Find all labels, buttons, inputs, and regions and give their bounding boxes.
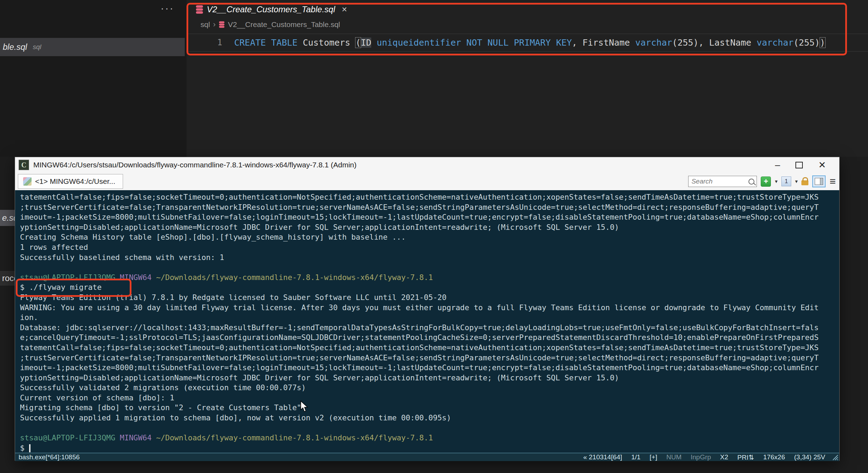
chevron-down-icon[interactable]: ▾ (775, 178, 778, 185)
terminal-text: Flyway Teams Edition (trial) 7.8.1 by Re… (20, 293, 447, 302)
terminal-text: MINGW64 (120, 273, 152, 282)
breadcrumb-file[interactable]: V2__Create_Customers_Table.sql (228, 20, 340, 29)
terminal-text: ;trustServerCertificate=false;Transparen… (20, 353, 819, 362)
code-token: uniqueidentifier (377, 38, 461, 48)
status-segment: X2 (720, 453, 728, 461)
minimize-button[interactable]: – (775, 160, 780, 169)
close-tab-icon[interactable]: ✕ (341, 5, 347, 14)
database-icon (219, 21, 225, 28)
chevron-down-icon[interactable]: ▾ (795, 178, 798, 185)
search-icon[interactable] (748, 179, 754, 185)
status-segment: 1/1 (631, 453, 640, 461)
terminal-text (151, 433, 156, 442)
terminal-line: Migrating schema [dbo] to version "2 - C… (20, 403, 839, 413)
menu-icon[interactable]: ≡ (829, 176, 836, 187)
terminal-line: Creating Schema History table [eShop].[d… (20, 232, 839, 242)
code-token: , FirstName (572, 38, 635, 48)
editor-more-actions-icon[interactable]: ··· (161, 2, 174, 14)
terminal-text: $ (20, 444, 29, 452)
terminal-line: tatementCall=false;fips=false;socketTime… (20, 343, 839, 353)
terminal-text: ~/Downloads/flyway-commandline-7.8.1-win… (156, 433, 433, 442)
terminal-text: tatementCall=false;fips=false;socketTime… (20, 193, 819, 201)
terminal-text: yptionSetting=Disabled;applicationName=M… (20, 373, 619, 382)
code-line[interactable]: 1 CREATE TABLE Customers (ID uniqueident… (187, 34, 864, 51)
code-token: Customers (298, 38, 356, 48)
terminal-output[interactable]: tatementCall=false;fips=false;socketTime… (15, 190, 839, 453)
terminal-text (115, 433, 120, 442)
terminal-cursor (29, 444, 30, 452)
code-token: (255) (794, 38, 820, 48)
status-segment: (3,34) 25V (794, 453, 825, 461)
tab-sql-file[interactable]: V2__Create_Customers_Table.sql ✕ (196, 5, 347, 14)
code-token: NOT NULL PRIMARY KEY (466, 38, 572, 48)
console-tab-active[interactable]: <1> MINGW64:/c/User... (18, 174, 123, 189)
breadcrumb[interactable]: sql › V2__Create_Customers_Table.sql (201, 20, 340, 29)
terminal-line: Database: jdbc:sqlserver://localhost:143… (20, 323, 839, 333)
code-token: ( (355, 38, 361, 48)
terminal-text: stsau@LAPTOP-LFIJ3QMG (20, 273, 115, 282)
status-segment: NUM (666, 453, 681, 461)
background-editor-tab[interactable]: ble.sql sql (0, 38, 185, 56)
background-window-strip (0, 0, 187, 157)
terminal-line: stsau@LAPTOP-LFIJ3QMG MINGW64 ~/Download… (20, 433, 839, 443)
tab-filename: V2__Create_Customers_Table.sql (207, 5, 335, 14)
terminal-text: 1 rows affected (20, 243, 88, 252)
terminal-line: tatementCall=false;fips=false;socketTime… (20, 192, 839, 202)
terminal-text: WARNING: You are using a 30 day limited … (20, 303, 819, 312)
terminal-text: ;trustServerCertificate=false;Transparen… (20, 203, 819, 212)
new-console-button[interactable]: + (761, 176, 771, 187)
terminal-text (151, 273, 156, 282)
code-token (461, 38, 466, 48)
search-box[interactable] (688, 176, 757, 187)
terminal-line: ;trustServerCertificate=false;Transparen… (20, 202, 839, 213)
code-token: varchar (757, 38, 793, 48)
split-view-button[interactable] (812, 175, 826, 187)
mouse-cursor (300, 401, 309, 413)
resize-grip-icon[interactable] (831, 453, 839, 461)
terminal-text: ~/Downloads/flyway-commandline-7.8.1-win… (156, 273, 433, 282)
status-segment: 176x26 (763, 453, 785, 461)
code-token (371, 38, 377, 48)
screen: ble.sql sql e.sq roce ··· V2__Create_Cus… (0, 0, 868, 473)
maximize-button[interactable] (795, 162, 803, 168)
search-input[interactable] (691, 177, 748, 186)
terminal-text: Database: jdbc:sqlserver://localhost:143… (20, 323, 819, 332)
conemu-app-icon: C (19, 160, 29, 170)
terminal-line: imeout=-1;packetSize=8000;multiSubnetFai… (20, 363, 839, 373)
close-button[interactable]: ✕ (818, 160, 826, 169)
terminal-text: MINGW64 (120, 433, 152, 442)
terminal-line: Current version of schema [dbo]: 1 (20, 393, 839, 403)
lock-icon[interactable] (801, 180, 808, 185)
status-process-label: bash.exe[*64]:10856 (15, 453, 583, 461)
terminal-text: tatementCall=false;fips=false;socketTime… (20, 343, 819, 352)
console-tab-bar: <1> MINGW64:/c/User... + ▾ 1 ▾ ≡ (15, 173, 839, 190)
terminal-line: $ ./flyway migrate (20, 282, 839, 293)
code-token: ID (361, 38, 371, 48)
breadcrumb-folder[interactable]: sql (201, 20, 210, 29)
line-number: 1 (210, 38, 222, 47)
status-segment: InpGrp (691, 453, 711, 461)
console-tab-label: <1> MINGW64:/c/User... (35, 177, 115, 186)
terminal-line: Successfully applied 1 migration to sche… (20, 413, 839, 423)
code-token: varchar (635, 38, 672, 48)
terminal-text: imeout=-1;packetSize=8000;multiSubnetFai… (20, 213, 819, 221)
terminal-line: 1 rows affected (20, 242, 839, 253)
terminal-text: yptionSetting=Disabled;applicationName=M… (20, 223, 619, 232)
terminal-text (115, 273, 120, 282)
editor-region: V2__Create_Customers_Table.sql ✕ sql › V… (187, 0, 868, 157)
terminal-line: imeout=-1;packetSize=8000;multiSubnetFai… (20, 212, 839, 222)
code-content[interactable]: CREATE TABLE Customers (ID uniqueidentif… (234, 38, 825, 48)
terminal-title-bar[interactable]: C MINGW64:/c/Users/stsau/Downloads/flywa… (15, 157, 839, 173)
split-view-icon (815, 178, 823, 185)
chevron-right-icon: › (213, 20, 216, 29)
terminal-text: Successfully baselined schema with versi… (20, 253, 224, 262)
terminal-text: $ ./flyway migrate (20, 283, 102, 292)
terminal-text: e;cancelQueryTimeout=-1;sslProtocol=TLS;… (20, 333, 819, 342)
status-segment: PRI⇅ (737, 453, 754, 461)
console-switch-button[interactable]: 1 (781, 176, 791, 186)
terminal-window-title: MINGW64:/c/Users/stsau/Downloads/flyway-… (33, 161, 775, 169)
terminal-text: ion. (20, 313, 38, 322)
database-icon (196, 5, 203, 14)
terminal-text: Creating Schema History table [eShop].[d… (20, 233, 406, 241)
terminal-line (20, 262, 839, 273)
